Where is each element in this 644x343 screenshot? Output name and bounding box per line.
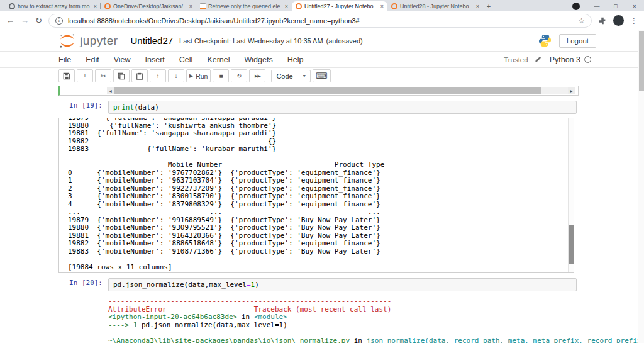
horizontal-scroll-track[interactable] [114,87,568,94]
page-scrollbar[interactable] [638,30,644,343]
output-scroll-thumb[interactable] [569,225,574,264]
window-close-button[interactable]: × [625,1,644,11]
output-text-19: 19879 {'fullName': 'bhagawan shivappa pa… [59,118,574,271]
restart-kernel-button[interactable]: ↻ [231,69,247,82]
restart-run-all-button[interactable]: ▶▶ [249,69,265,82]
tab-search-result[interactable]: how to extract array from mo × [5,1,101,11]
menu-view[interactable]: View [114,55,131,64]
input-prompt-19: In [19]: [58,101,108,114]
code-cell-20: In [20]: pd.json_normalize(data,max_leve… [58,278,577,291]
add-cell-button[interactable]: + [77,69,93,82]
browser-address-bar: ← → ↻ i localhost:8888/notebooks/OneDriv… [0,11,644,30]
kernel-name: Python 3 [550,55,580,64]
reload-icon[interactable]: ↻ [35,16,42,25]
code-input-19[interactable]: print(data) [108,101,577,114]
paste-cell-button[interactable] [131,69,148,82]
trusted-badge: Trusted [504,56,528,64]
browser-tab-strip: how to extract array from mo × OneDrive/… [0,0,644,11]
tab-title: Retrieve only the queried ele [208,3,282,9]
jupyter-logo-text[interactable]: jupyter [80,34,118,48]
paste-icon [136,72,143,80]
menu-file[interactable]: File [58,55,71,64]
move-cell-down-button[interactable]: ↓ [168,69,184,82]
window-minimize-button[interactable]: — [587,1,606,11]
jupyter-header: jupyter Untitled27 Last Checkpoint: Last… [0,30,644,52]
checkpoint-status: Last Checkpoint: Last Wednesday at 10:35… [179,37,323,45]
menu-widgets[interactable]: Widgets [245,55,273,64]
output-area-19[interactable]: 19879 {'fullName': 'bhagawan shivappa pa… [58,118,574,273]
tab-untitled27-active[interactable]: Untitled27 - Jupyter Notebo × [292,1,387,11]
input-prompt-20: In [20]: [58,278,108,291]
browser-profile-icon[interactable] [572,3,580,10]
code-input-20[interactable]: pd.json_normalize(data,max_level=1) [108,278,577,291]
traceback-text: ----------------------------------------… [108,298,644,343]
save-button[interactable] [58,69,75,82]
bookmark-star-icon[interactable]: ☆ [578,16,585,25]
page-info-icon[interactable]: i [55,17,63,25]
tab-title: OneDrive/Desktop/Jaikisan/ [113,3,187,9]
notebook-area: ◄ ► In [19]: print(data) 19879 {'fullNam… [0,84,644,343]
url-omnibox[interactable]: i localhost:8888/notebooks/OneDrive/Desk… [48,14,592,28]
horizontal-scrollbar[interactable]: ◄ ► [107,87,575,94]
error-output-20: ----------------------------------------… [58,298,644,343]
browser-menu-icon[interactable]: ⋮ [630,16,638,25]
jupyter-logo-icon[interactable] [58,33,76,48]
menu-help[interactable]: Help [287,55,304,64]
new-tab-button[interactable]: + [483,1,494,11]
cell-type-dropdown[interactable]: Code ▾ [271,70,310,82]
forward-icon[interactable]: → [21,16,29,25]
tab-close-icon[interactable]: × [189,3,192,9]
run-label: Run [196,72,208,80]
notebook-title[interactable]: Untitled27 [131,35,174,46]
tab-title: Untitled27 - Jupyter Notebo [304,3,378,9]
copy-cell-button[interactable] [113,69,130,82]
menu-kernel[interactable]: Kernel [207,55,230,64]
menu-cell[interactable]: Cell [179,55,193,64]
autosave-status: (autosaved) [326,37,363,45]
page-scroll-thumb[interactable] [639,31,644,91]
tab-close-icon[interactable]: × [380,3,384,9]
menu-insert[interactable]: Insert [145,55,165,64]
menu-edit[interactable]: Edit [86,55,99,64]
chevron-down-icon: ▾ [303,73,306,79]
command-palette-button[interactable]: ⌨ [313,69,331,82]
code-cell-19: In [19]: print(data) [58,101,577,114]
tab-close-icon[interactable]: × [285,3,288,9]
jupyter-toolbar: + ✂ ↑ ↓ ▶ Run ■ ↻ ▶▶ Code ▾ ⌨ [0,68,644,84]
logout-button[interactable]: Logout [559,34,596,48]
search-favicon-icon [9,3,15,9]
tab-untitled28[interactable]: Untitled28 - Jupyter Notebo × [387,1,483,11]
python-logo-icon [538,34,552,47]
jupyter-page: jupyter Untitled27 Last Checkpoint: Last… [0,30,644,343]
edit-mode-pencil-icon [535,56,541,63]
cell-type-value: Code [276,72,292,80]
move-cell-up-button[interactable]: ↑ [150,69,166,82]
profile-avatar[interactable] [613,15,624,26]
cut-cell-button[interactable]: ✂ [95,69,111,82]
scroll-left-arrow-icon[interactable]: ◄ [107,87,114,94]
tab-close-icon[interactable]: × [476,3,479,9]
tab-stackoverflow[interactable]: Retrieve only the queried ele × [196,1,292,11]
back-icon[interactable]: ← [6,16,14,25]
jupyter-menubar: File Edit View Insert Cell Kernel Widget… [0,52,644,68]
jupyter-favicon-icon [296,3,302,9]
partial-cell-above[interactable]: ◄ ► [58,86,579,96]
tab-close-icon[interactable]: × [94,3,97,9]
jupyter-favicon-icon [104,3,111,9]
scroll-right-arrow-icon[interactable]: ► [568,87,575,94]
tab-title: Untitled28 - Jupyter Notebo [400,3,474,9]
interrupt-kernel-button[interactable]: ■ [213,69,229,82]
run-cell-button[interactable]: ▶ Run [186,69,211,82]
kernel-idle-indicator-icon [584,56,591,63]
play-icon: ▶ [189,73,193,79]
url-text[interactable]: localhost:8888/notebooks/OneDrive/Deskto… [68,17,573,25]
output-prompt-spacer [58,298,108,343]
extension-puzzle-icon[interactable] [598,16,607,25]
horizontal-scroll-thumb[interactable] [114,87,541,94]
code-text-19: print(data) [113,103,572,111]
tab-jupyter-tree[interactable]: OneDrive/Desktop/Jaikisan/ × [101,1,196,11]
output-scrollbar[interactable] [568,118,574,272]
stackoverflow-favicon-icon [200,3,206,9]
code-text-20: pd.json_normalize(data,max_level=1) [113,281,572,289]
window-maximize-button[interactable]: □ [606,1,625,11]
